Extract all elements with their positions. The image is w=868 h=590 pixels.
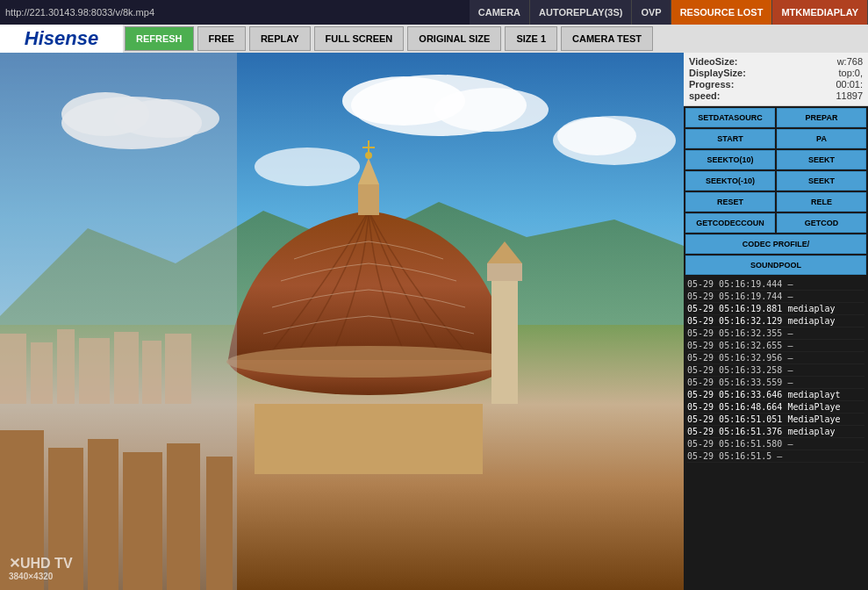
tab-mtkmediaplay[interactable]: MTKMEDIAPLAY (772, 0, 868, 25)
info-area: VideoSize: w:768 DisplaySize: top:0, Pro… (684, 53, 868, 106)
ctrl-btn-5[interactable]: SEEKT (777, 150, 866, 169)
log-entry-12: 05-29 05:16:51.376 mediaplay (687, 426, 864, 438)
log-entry-4: 05-29 05:16:32.355 — (687, 327, 864, 340)
ctrl-btn-7[interactable]: SEEKT (777, 171, 866, 191)
log-entry-3: 05-29 05:16:32.129 mediaplay (687, 315, 864, 327)
tab-ovp[interactable]: OVP (632, 0, 671, 25)
log-entry-1: 05-29 05:16:19.744 — (687, 291, 864, 303)
ctrl-btn-4[interactable]: SEEKTO(10) (685, 150, 775, 169)
speed-row: speed: 11897 (689, 90, 863, 101)
original-size-button[interactable]: ORIGINAL SIZE (407, 26, 501, 51)
ctrl-btn-6[interactable]: SEEKTO(-10) (685, 171, 775, 191)
svg-point-7 (434, 88, 549, 132)
video-size-row: VideoSize: w:768 (689, 56, 863, 67)
toolbar: REFRESH FREE REPLAY FULL SCREEN ORIGINAL… (123, 25, 868, 53)
log-entry-10: 05-29 05:16:48.664 MediaPlaye (687, 401, 864, 414)
ctrl-btn-0[interactable]: SETDATASOURC (685, 108, 775, 127)
log-entry-6: 05-29 05:16:32.956 — (687, 352, 864, 364)
progress-row: Progress: 00:01: (689, 79, 863, 90)
resolution-text: 3840×4320 (9, 572, 73, 581)
svg-rect-19 (255, 404, 483, 474)
replay-button[interactable]: REPLAY (249, 26, 311, 51)
logo-text: Hisense (25, 27, 98, 50)
right-panel: VideoSize: w:768 DisplaySize: top:0, Pro… (684, 53, 868, 590)
log-area[interactable]: 05-29 05:16:19.444 —05-29 05:16:19.744 —… (684, 277, 868, 590)
size1-button[interactable]: SIZE 1 (505, 26, 557, 51)
progress-value: 00:01: (836, 79, 863, 90)
camera-test-button[interactable]: CAMERA TEST (561, 26, 653, 51)
progress-label: Progress: (689, 79, 734, 90)
svg-point-9 (557, 117, 636, 155)
ctrl-btn-9[interactable]: RELE (777, 192, 866, 212)
speed-value: 11897 (836, 90, 863, 101)
log-entry-5: 05-29 05:16:32.655 — (687, 340, 864, 352)
display-size-label: DisplaySize: (689, 68, 746, 78)
log-entry-8: 05-29 05:16:33.559 — (687, 377, 864, 389)
free-button[interactable]: FREE (197, 26, 246, 51)
svg-rect-33 (88, 439, 118, 590)
uhd-watermark: ✕UHD TV 3840×4320 (9, 555, 73, 581)
ctrl-btn-11[interactable]: GETCOD (777, 213, 866, 233)
svg-rect-28 (487, 263, 522, 281)
tab-camera[interactable]: CAMERA (470, 0, 530, 25)
video-area: ✕UHD TV 3840×4320 (0, 53, 684, 590)
svg-rect-35 (167, 443, 200, 590)
tab-autoreplay[interactable]: AUTOREPLAY(3S) (530, 0, 632, 25)
video-svg (0, 53, 684, 590)
ctrl-btn-12[interactable]: CODEC PROFILE/ (685, 234, 866, 254)
top-nav-bar: http://221.30143.98:8033/v/8k.mp4 CAMERA… (0, 0, 868, 25)
display-size-row: DisplaySize: top:0, (689, 68, 863, 78)
log-entry-2: 05-29 05:16:19.881 mediaplay (687, 303, 864, 315)
svg-point-10 (255, 148, 360, 186)
svg-rect-34 (123, 452, 162, 590)
ctrl-btn-2[interactable]: START (685, 129, 775, 148)
video-size-label: VideoSize: (689, 56, 737, 67)
refresh-button[interactable]: REFRESH (125, 26, 194, 51)
ctrl-btn-8[interactable]: RESET (685, 192, 775, 212)
log-entry-13: 05-29 05:16:51.580 — (687, 438, 864, 450)
hisense-logo: Hisense (0, 25, 123, 53)
file-path: http://221.30143.98:8033/v/8k.mp4 (0, 7, 470, 18)
control-button-grid: SETDATASOURCPREPARSTARTPASEEKTO(10)SEEKT… (684, 106, 868, 277)
ctrl-btn-13[interactable]: SOUNDPOOL (685, 255, 866, 275)
log-entry-7: 05-29 05:16:33.258 — (687, 364, 864, 377)
ctrl-btn-10[interactable]: GETCODECCOUN (685, 213, 775, 233)
ctrl-btn-3[interactable]: PA (777, 129, 866, 148)
log-entry-9: 05-29 05:16:33.646 mediaplayt (687, 389, 864, 401)
tab-resource-lost[interactable]: RESOURCE LOST (671, 0, 773, 25)
svg-rect-27 (491, 272, 518, 404)
svg-rect-21 (358, 184, 379, 215)
speed-label: speed: (689, 90, 720, 101)
video-frame: ✕UHD TV 3840×4320 (0, 53, 684, 590)
video-size-value: w:768 (837, 56, 863, 67)
ctrl-btn-1[interactable]: PREPAR (777, 108, 866, 127)
uhd-logo-text: ✕UHD TV (9, 556, 73, 571)
svg-point-26 (226, 346, 511, 378)
display-size-value: top:0, (838, 68, 863, 78)
log-entry-11: 05-29 05:16:51.051 MediaPlaye (687, 414, 864, 426)
svg-point-25 (365, 152, 372, 159)
log-entry-14: 05-29 05:16:51.5 — (687, 450, 864, 463)
fullscreen-button[interactable]: FULL SCREEN (314, 26, 405, 51)
log-entry-0: 05-29 05:16:19.444 — (687, 278, 864, 291)
svg-rect-36 (206, 457, 233, 590)
